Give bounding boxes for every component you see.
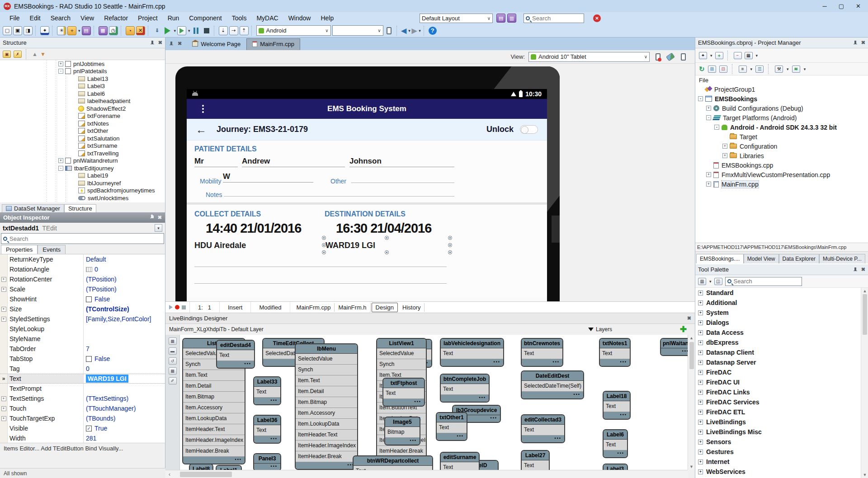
tab-design[interactable]: Design <box>372 303 398 312</box>
stop-icon[interactable] <box>202 26 211 35</box>
binding-node-footer[interactable]: ••• <box>383 399 424 406</box>
tree-item-tbarEditjourney[interactable]: -tbarEditjourney <box>58 164 165 172</box>
step-over-icon[interactable]: ⇢ <box>229 26 238 35</box>
expand-icon[interactable]: + <box>706 182 711 187</box>
expand-icon[interactable]: + <box>698 400 703 405</box>
search-clear-icon[interactable]: ✕ <box>593 14 601 22</box>
run-icon[interactable] <box>163 26 172 35</box>
binding-member[interactable]: ItemHeader.Text <box>296 430 357 441</box>
binding-member[interactable]: Item.Bitmap <box>183 392 245 403</box>
maximize-button[interactable]: ▢ <box>839 3 844 9</box>
binding-member[interactable]: Text <box>437 422 467 433</box>
binding-node-footer[interactable]: ••• <box>522 436 564 442</box>
record-icon[interactable] <box>175 305 179 309</box>
expand-icon[interactable]: + <box>698 459 703 464</box>
rotate-device-icon[interactable] <box>666 52 675 61</box>
binding-node-Label36[interactable]: Label36Text••• <box>253 415 281 444</box>
build-icon[interactable]: ⚒ <box>775 66 783 73</box>
expand-icon[interactable]: + <box>698 320 703 325</box>
livebindings-hscrollbar[interactable]: ‹ <box>165 470 688 478</box>
remove-from-project-icon[interactable]: − <box>734 52 742 59</box>
ide-search-input[interactable] <box>532 15 582 22</box>
binding-member[interactable]: ItemHeader.Break <box>183 446 245 457</box>
collect-location-field[interactable]: HDU Airedale <box>194 241 246 250</box>
binding-member[interactable]: Item.Detail <box>296 386 357 397</box>
menu-file[interactable]: File <box>5 13 25 23</box>
binding-node-footer[interactable]: ••• <box>254 436 280 443</box>
minimize-button[interactable]: ─ <box>823 3 827 9</box>
project-item-MainFrm-cpp[interactable]: +MainFrm.cpp <box>695 179 868 189</box>
property-value[interactable]: (TTextSettings) <box>84 394 165 403</box>
project-item-Configuration[interactable]: +Configuration <box>695 141 868 151</box>
binding-member[interactable]: Text <box>522 460 549 470</box>
tree-item-Label13[interactable]: Label13 <box>78 75 165 83</box>
binding-node-footer[interactable]: ••• <box>441 359 503 366</box>
close-icon[interactable]: ✖ <box>687 315 691 321</box>
expand-icon[interactable]: + <box>698 420 703 425</box>
checkbox-icon[interactable] <box>86 296 92 302</box>
expand-icon[interactable]: + <box>698 360 703 365</box>
expand-icon[interactable]: + <box>1 317 6 322</box>
move-down-icon[interactable]: ▼ <box>40 51 46 57</box>
property-value[interactable]: (TPosition) <box>84 274 165 284</box>
binding-member[interactable]: Item.Bitmap <box>296 397 357 408</box>
property-value[interactable]: 281 <box>84 433 165 443</box>
inspector-search-box[interactable] <box>1 233 164 244</box>
property-value[interactable]: ✓True <box>84 423 165 433</box>
property-value[interactable]: False <box>84 354 165 364</box>
binding-member[interactable]: Item.LookupData <box>296 419 357 430</box>
property-row-ReturnKeyType[interactable]: ReturnKeyTypeDefault <box>0 254 165 264</box>
add-file-dropdown[interactable]: ▾ <box>78 28 80 33</box>
property-value[interactable] <box>84 334 165 344</box>
binding-node-footer[interactable]: ••• <box>661 348 688 355</box>
close-icon[interactable]: ✖ <box>158 215 162 220</box>
palette-scrollbar[interactable]: ▲▼ <box>861 288 868 478</box>
binding-node-footer[interactable]: ••• <box>296 462 357 469</box>
binding-member[interactable]: Item.Text <box>296 375 357 386</box>
binding-member[interactable]: ItemHeader.Text <box>183 424 245 435</box>
binding-member[interactable]: Item.Accessory <box>296 408 357 419</box>
expand-icon[interactable]: + <box>1 406 6 411</box>
tab-structure[interactable]: Structure <box>64 204 96 212</box>
compile-all-icon[interactable]: ≋ <box>792 66 800 73</box>
binding-member[interactable]: Text <box>604 440 627 450</box>
binding-member[interactable]: Text <box>254 387 280 398</box>
new-unit-icon[interactable]: ✳ <box>57 26 66 35</box>
surname-field[interactable]: Johnson <box>349 157 454 167</box>
binding-member[interactable]: Bitmap <box>385 427 420 438</box>
expand-icon[interactable]: + <box>1 416 6 421</box>
palette-category-LiveBindings-Misc[interactable]: +LiveBindings Misc <box>695 427 868 437</box>
binding-node-btnCrewnotes[interactable]: btnCrewnotesText••• <box>521 338 563 367</box>
palette-category-FireDAC-Services[interactable]: +FireDAC Services <box>695 397 868 407</box>
property-row-TabStop[interactable]: TabStopFalse <box>0 354 165 364</box>
binding-member[interactable]: ItemHeader.ImageIndex <box>296 441 357 451</box>
close-all-icon[interactable]: ✕ <box>136 26 145 35</box>
binding-node-footer[interactable]: ••• <box>441 395 489 402</box>
inspector-search-input[interactable] <box>9 235 162 242</box>
desktop-layout-combo[interactable]: Default Layout∨ <box>420 14 493 23</box>
palette-category-Standard[interactable]: +Standard <box>695 288 868 298</box>
binding-node-footer[interactable]: ••• <box>217 361 254 368</box>
salutation-field[interactable]: Mr <box>194 157 238 167</box>
tree-item-txtForename[interactable]: txtForename <box>78 112 165 120</box>
tree-item-swtUnlocktimes[interactable]: swtUnlocktimes <box>78 194 165 202</box>
device-frame-icon[interactable] <box>679 52 688 61</box>
tree-item-txtSalutation[interactable]: txtSalutation <box>78 135 165 142</box>
binding-member[interactable]: Item.Accessory <box>183 403 245 413</box>
menu-view[interactable]: View <box>75 13 99 23</box>
property-value[interactable]: 0 <box>84 264 165 274</box>
binding-member[interactable]: Item.Detail <box>183 381 245 392</box>
save-layout-icon[interactable]: ▤ <box>496 14 505 23</box>
tab-model-view[interactable]: Model View <box>744 254 779 263</box>
tab-mainfrm-cpp[interactable]: MainFrm.cpp <box>246 38 300 50</box>
binding-node-footer[interactable]: ••• <box>604 412 630 419</box>
property-row-TextPrompt[interactable]: TextPrompt <box>0 384 165 394</box>
add-file-icon[interactable]: ＋ <box>67 26 76 35</box>
expand-icon[interactable]: + <box>722 153 727 158</box>
expand-icon[interactable]: + <box>58 61 63 66</box>
binding-node-btnWRDepartcollect[interactable]: btnWRDepartcollectText••• <box>353 455 433 470</box>
open-file-icon[interactable]: ▣ <box>13 26 22 35</box>
expand-icon[interactable]: + <box>698 350 703 355</box>
tree-item-pnlWaitandreturn[interactable]: +pnlWaitandreturn <box>58 157 165 165</box>
property-row-Tag[interactable]: Tag0 <box>0 364 165 374</box>
